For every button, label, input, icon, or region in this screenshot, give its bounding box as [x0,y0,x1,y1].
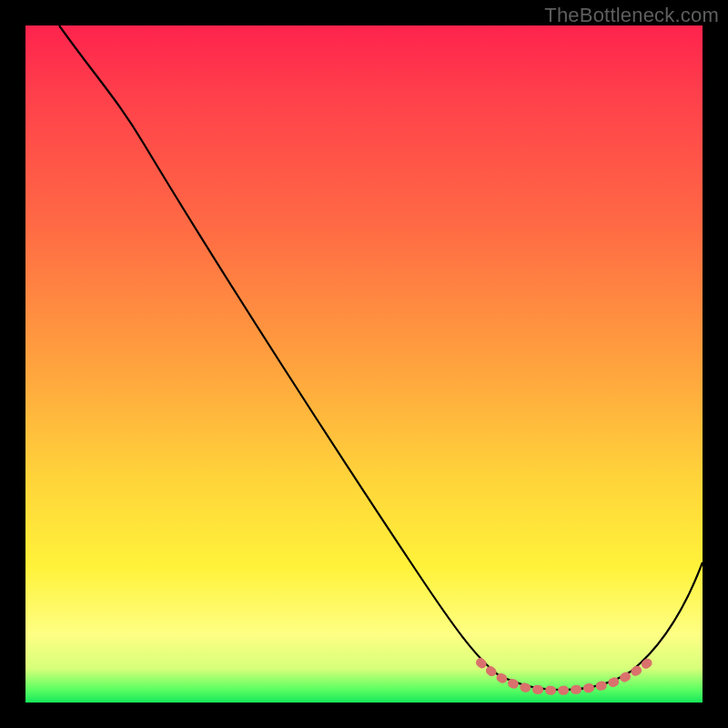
plot-area [25,25,703,703]
curve-line [59,25,703,690]
watermark-text: TheBottleneck.com [544,4,719,27]
curve-highlight [480,660,652,691]
chart-stage: TheBottleneck.com [0,0,728,728]
bottleneck-curve [25,25,703,703]
